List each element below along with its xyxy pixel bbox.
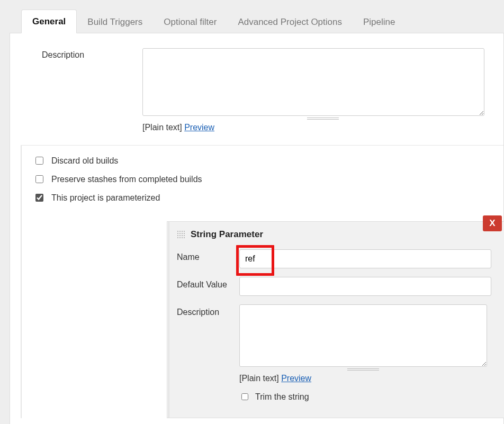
trim-string-option[interactable]: Trim the string (239, 392, 496, 402)
param-description-label: Description (177, 304, 239, 317)
param-description-row: Description [Plain text] Preview (177, 304, 496, 383)
delete-parameter-button[interactable]: X (483, 215, 502, 231)
tab-bar: General Build Triggers Optional filter A… (10, 10, 504, 33)
tab-advanced-options[interactable]: Advanced Project Options (227, 11, 353, 33)
parameter-title: String Parameter (191, 229, 263, 240)
tab-content: Description [Plain text] Preview Discard… (10, 33, 504, 424)
description-field-wrap: [Plain text] Preview (142, 48, 503, 132)
tab-pipeline[interactable]: Pipeline (353, 11, 406, 33)
description-footer: [Plain text] Preview (142, 123, 503, 132)
tab-build-triggers[interactable]: Build Triggers (77, 11, 153, 33)
panel-inner: String Parameter Name Default Value (168, 222, 504, 418)
param-name-row: Name (177, 249, 496, 268)
parameterized-label: This project is parameterized (51, 193, 160, 203)
resize-grip-icon[interactable] (347, 368, 379, 371)
preview-link[interactable]: Preview (281, 374, 311, 383)
param-name-label: Name (177, 249, 239, 262)
preview-link[interactable]: Preview (184, 123, 214, 132)
parameters-block: X String Parameter Name (21, 212, 503, 418)
description-textarea[interactable] (142, 48, 484, 116)
trim-string-label: Trim the string (255, 392, 309, 402)
param-default-label: Default Value (177, 277, 239, 290)
plain-text-label: [Plain text] (239, 374, 279, 383)
resize-grip-icon[interactable] (307, 117, 339, 120)
trim-string-checkbox[interactable] (241, 393, 248, 400)
preserve-stashes-option[interactable]: Preserve stashes from completed builds (33, 174, 503, 185)
tab-optional-filter[interactable]: Optional filter (153, 11, 227, 33)
param-name-input-wrap (239, 249, 491, 268)
param-default-row: Default Value (177, 277, 496, 296)
parameterized-option[interactable]: This project is parameterized (33, 192, 503, 203)
param-description-textarea[interactable] (239, 304, 487, 367)
parameter-header: String Parameter (177, 229, 496, 240)
drag-handle-icon[interactable] (177, 230, 185, 239)
param-description-footer: [Plain text] Preview (239, 374, 487, 383)
options-block: Discard old builds Preserve stashes from… (21, 145, 503, 212)
param-default-input-wrap (239, 277, 491, 296)
param-default-input[interactable] (239, 277, 491, 296)
param-description-input-wrap: [Plain text] Preview (239, 304, 487, 383)
string-parameter-panel: X String Parameter Name (167, 221, 504, 418)
discard-old-builds-checkbox[interactable] (35, 157, 43, 165)
tab-general[interactable]: General (21, 10, 77, 33)
preserve-stashes-checkbox[interactable] (35, 175, 43, 183)
parameterized-checkbox[interactable] (35, 194, 43, 202)
config-page: General Build Triggers Optional filter A… (0, 0, 504, 424)
plain-text-label: [Plain text] (142, 123, 182, 132)
discard-old-builds-option[interactable]: Discard old builds (33, 155, 503, 166)
preserve-stashes-label: Preserve stashes from completed builds (51, 175, 202, 184)
description-row: Description [Plain text] Preview (10, 48, 503, 132)
discard-old-builds-label: Discard old builds (51, 156, 118, 166)
param-name-input[interactable] (239, 249, 491, 268)
description-label: Description (42, 48, 116, 132)
